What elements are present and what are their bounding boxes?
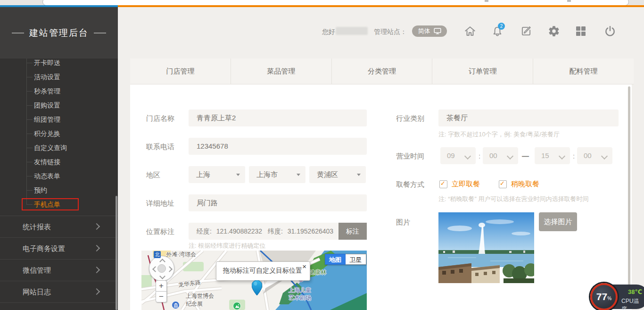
- dropdown-arrow-icon: [297, 174, 300, 176]
- pan-knob[interactable]: [157, 264, 166, 273]
- sidebar-menu-item[interactable]: 自定义查询: [0, 141, 118, 155]
- tab[interactable]: 分类管理: [331, 59, 432, 84]
- tab[interactable]: 配料管理: [533, 59, 634, 84]
- chevron-right-icon: [93, 245, 100, 251]
- sidebar-menu-item[interactable]: 友情链接: [0, 155, 118, 169]
- hours-from-minute-select[interactable]: 00: [483, 147, 518, 164]
- pickup-option[interactable]: 稍晚取餐: [499, 180, 539, 189]
- map-marker-pin[interactable]: [252, 280, 262, 296]
- chevron-down-icon: [559, 153, 565, 159]
- content-scrollbar[interactable]: [628, 86, 630, 308]
- sidebar-menu: 开卡即送活动设置秒杀管理团购设置组团管理积分兑换自定义查询友情链接动态表单预约手…: [0, 59, 118, 216]
- map-zoom-out-button[interactable]: −: [156, 291, 167, 302]
- chevron-down-icon: [507, 153, 513, 159]
- map-place-label: 上海儿童: [289, 286, 311, 294]
- map-place-label: 艺术剧场: [289, 294, 311, 302]
- language-switch-button[interactable]: 简体: [412, 25, 447, 37]
- sidebar-menu-item[interactable]: 开卡即送: [0, 59, 118, 70]
- map-type-switch: 地图 卫星: [325, 254, 366, 265]
- store-name-label: 门店名称: [146, 114, 174, 123]
- greeting-text: 您好: [322, 28, 335, 36]
- hours-to-hour-select[interactable]: 15: [535, 147, 570, 164]
- pickup-option[interactable]: 立即取餐: [439, 180, 480, 189]
- title-dash-left: [12, 33, 24, 34]
- sidebar-menu-item[interactable]: 积分兑换: [0, 126, 118, 141]
- hours-label: 营业时间: [396, 152, 424, 161]
- lng-value: 121.490882232: [216, 227, 262, 235]
- sidebar-sections: 统计报表 电子商务设置 微信管理 网站日志: [0, 216, 118, 303]
- sidebar-menu-item[interactable]: 手机点单: [0, 197, 118, 211]
- top-accent-orange: [118, 5, 644, 7]
- sidebar-section[interactable]: 网站日志: [0, 281, 118, 303]
- museum-poi-icon: [172, 301, 180, 309]
- region-province-select[interactable]: 上海: [189, 166, 245, 183]
- close-icon[interactable]: ×: [302, 262, 306, 270]
- apps-grid-icon[interactable]: [576, 26, 586, 36]
- dropdown-arrow-icon: [357, 174, 361, 176]
- sidebar-menu-item[interactable]: 团购设置: [0, 98, 118, 112]
- region-district-select[interactable]: 黄浦区: [309, 166, 366, 183]
- checkbox[interactable]: [499, 180, 507, 188]
- pan-right-icon[interactable]: [166, 266, 173, 272]
- coordinates-field[interactable]: 经度: 121.490882232 纬度: 31.1952626403: [189, 223, 339, 240]
- cpu-percent-unit: %: [607, 296, 611, 301]
- map-zoom-in-button[interactable]: +: [156, 280, 167, 292]
- sidebar-menu-item[interactable]: 组团管理: [0, 112, 118, 126]
- category-input[interactable]: 茶餐厅: [438, 109, 619, 126]
- map-place-label: 健康林: [309, 268, 326, 276]
- map-tooltip-text: 拖动标注可自定义目标位置: [223, 267, 302, 275]
- tab[interactable]: 门店管理: [130, 59, 231, 84]
- sidebar: 建站管理后台 开卡即送活动设置秒杀管理团购设置组团管理积分兑换自定义查询友情链接…: [0, 7, 118, 310]
- hours-to-minute-select[interactable]: 00: [577, 147, 612, 164]
- tab[interactable]: 菜品管理: [231, 59, 331, 84]
- chevron-down-icon: [601, 153, 608, 159]
- map-widget[interactable]: 外滩·湾璟会龙华东路健康林上海儿童艺术剧场上海世博会纪念展 北 + − 地图 卫…: [141, 251, 367, 310]
- sidebar-header: 建站管理后台: [0, 7, 118, 59]
- dropdown-arrow-icon: [236, 174, 240, 176]
- time-colon: :: [479, 152, 480, 160]
- sidebar-scrollbar[interactable]: [116, 196, 117, 310]
- mark-location-button[interactable]: 标注: [339, 223, 367, 240]
- sidebar-menu-item[interactable]: 活动设置: [0, 70, 118, 84]
- address-input[interactable]: 局门路: [189, 194, 367, 211]
- browser-mark: [567, 0, 571, 2]
- cpu-percent: 77: [596, 285, 607, 309]
- checkbox[interactable]: [439, 180, 447, 188]
- map-type-map-button[interactable]: 地图: [325, 254, 346, 265]
- park-poi-icon: [233, 302, 241, 310]
- tab-bar: 门店管理菜品管理分类管理订单管理配料管理: [130, 59, 634, 84]
- sidebar-menu-item[interactable]: 秒杀管理: [0, 84, 118, 98]
- browser-mark: [485, 0, 488, 2]
- region-city-select[interactable]: 上海市: [249, 166, 305, 183]
- hours-from-hour-select[interactable]: 09: [440, 147, 476, 164]
- pickup-note: 注: “稍晚取餐” 用户可以选择在营业时间内选择取餐时间: [438, 195, 589, 203]
- chevron-right-icon: [93, 223, 100, 230]
- power-icon[interactable]: [604, 25, 616, 37]
- home-icon[interactable]: [464, 25, 476, 37]
- lat-value: 31.1952626403: [288, 227, 333, 235]
- sidebar-section[interactable]: 统计报表: [0, 216, 118, 237]
- compose-icon[interactable]: [520, 25, 532, 37]
- sidebar-section[interactable]: 电子商务设置: [0, 237, 118, 259]
- choose-image-button[interactable]: 选择图片: [539, 212, 577, 231]
- sidebar-menu-item[interactable]: 动态表单: [0, 169, 118, 183]
- app-title: 建站管理后台: [29, 27, 89, 39]
- manage-site-label: 管理站点：: [374, 28, 407, 36]
- location-label: 位置标注: [146, 227, 174, 236]
- monitor-icon: [434, 28, 441, 34]
- sidebar-menu-item[interactable]: 预约: [0, 183, 118, 197]
- settings-gear-icon[interactable]: [548, 25, 560, 37]
- phone-input[interactable]: 12345678: [189, 138, 367, 155]
- cpu-temperature: 38℃: [628, 288, 644, 295]
- map-pan-control[interactable]: [149, 256, 174, 281]
- pan-down-icon[interactable]: [159, 273, 165, 279]
- map-type-satellite-button[interactable]: 卫星: [346, 254, 366, 265]
- map-tooltip: 拖动标注可自定义目标位置 ×: [216, 261, 310, 281]
- store-name-input[interactable]: 青青原上草2: [189, 109, 367, 126]
- pan-up-icon[interactable]: [159, 259, 165, 265]
- north-indicator: 北: [154, 251, 161, 258]
- category-label: 行业类别: [396, 114, 424, 123]
- lat-label: 纬度:: [268, 227, 283, 235]
- sidebar-section[interactable]: 微信管理: [0, 259, 118, 281]
- tab[interactable]: 订单管理: [432, 59, 533, 84]
